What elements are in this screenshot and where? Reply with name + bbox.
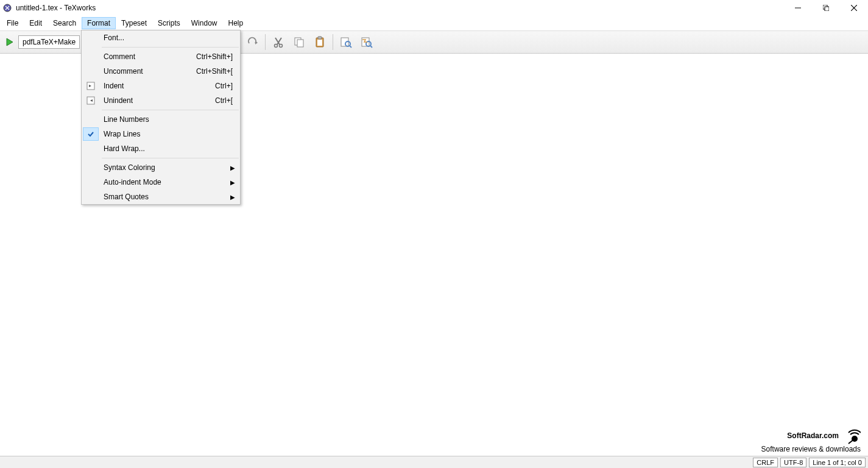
watermark-subtitle: Software reviews & downloads — [761, 445, 861, 453]
format-dropdown: Font... Comment Ctrl+Shift+] Uncomment C… — [81, 30, 241, 205]
menu-item-label: Uncomment — [104, 67, 196, 76]
watermark-title: SoftRadar.com — [761, 427, 861, 445]
status-position: Line 1 of 1; col 0 — [809, 458, 866, 467]
watermark: SoftRadar.com Software reviews & downloa… — [761, 427, 861, 453]
menu-item-label: Smart Quotes — [104, 193, 233, 201]
menu-separator — [102, 47, 239, 48]
menu-item-shortcut: Ctrl+[ — [215, 96, 233, 105]
menu-format[interactable]: Format — [82, 17, 116, 29]
menu-scripts[interactable]: Scripts — [152, 17, 186, 29]
find-button[interactable] — [337, 33, 355, 51]
menu-separator — [102, 158, 239, 158]
menu-item-label: Font... — [104, 34, 233, 42]
cut-button[interactable] — [269, 33, 288, 51]
engine-combo-value: pdfLaTeX+Make — [23, 38, 76, 46]
app-icon — [2, 3, 12, 13]
menu-item-label: Auto-indent Mode — [104, 178, 233, 186]
check-icon — [83, 127, 99, 141]
menu-item-line-numbers[interactable]: Line Numbers — [82, 112, 240, 127]
replace-button[interactable] — [358, 33, 376, 51]
menu-item-shortcut: Ctrl+Shift+[ — [196, 67, 233, 76]
indent-icon — [86, 81, 96, 91]
window-title: untitled-1.tex - TeXworks — [16, 4, 96, 12]
menu-item-label: Comment — [104, 52, 196, 61]
menu-item-label: Line Numbers — [104, 115, 233, 124]
svg-line-22 — [370, 46, 372, 48]
menu-item-auto-indent[interactable]: Auto-indent Mode ▶ — [82, 175, 240, 190]
menu-item-syntax-coloring[interactable]: Syntax Coloring ▶ — [82, 160, 240, 175]
statusbar: CRLF UTF-8 Line 1 of 1; col 0 — [0, 456, 868, 468]
copy-button[interactable] — [290, 33, 308, 51]
svg-rect-16 — [317, 40, 322, 46]
menu-item-shortcut: Ctrl+Shift+] — [196, 52, 233, 61]
svg-rect-15 — [318, 37, 322, 39]
svg-rect-13 — [297, 40, 303, 47]
satellite-icon — [842, 427, 861, 445]
titlebar: untitled-1.tex - TeXworks — [0, 0, 868, 16]
engine-combo[interactable]: pdfLaTeX+Make — [18, 35, 80, 49]
menu-edit[interactable]: Edit — [24, 17, 48, 29]
menu-separator — [102, 110, 239, 110]
menu-item-shortcut: Ctrl+] — [215, 82, 233, 90]
svg-line-19 — [350, 46, 351, 48]
menu-file[interactable]: File — [1, 17, 24, 29]
menu-typeset[interactable]: Typeset — [116, 17, 152, 29]
menu-item-label: Wrap Lines — [104, 130, 233, 138]
maximize-button[interactable] — [812, 0, 840, 16]
menu-window[interactable]: Window — [186, 17, 223, 29]
menu-item-wrap-lines[interactable]: Wrap Lines — [82, 127, 240, 141]
menu-search[interactable]: Search — [48, 17, 82, 29]
toolbar-separator — [265, 34, 266, 50]
submenu-arrow-icon: ▶ — [230, 194, 235, 200]
paste-button[interactable] — [311, 33, 329, 51]
menu-item-hard-wrap[interactable]: Hard Wrap... — [82, 141, 240, 156]
window-controls — [784, 0, 868, 16]
svg-point-11 — [280, 44, 283, 48]
menu-item-label: Hard Wrap... — [104, 144, 233, 153]
menu-item-smart-quotes[interactable]: Smart Quotes ▶ — [82, 190, 240, 204]
status-eol[interactable]: CRLF — [753, 458, 778, 467]
menu-item-label: Unindent — [104, 96, 215, 105]
menu-item-label: Syntax Coloring — [104, 163, 233, 172]
minimize-button[interactable] — [784, 0, 812, 16]
unindent-icon — [86, 96, 96, 105]
submenu-arrow-icon: ▶ — [230, 179, 235, 186]
close-button[interactable] — [840, 0, 868, 16]
typeset-run-button[interactable] — [4, 36, 16, 48]
svg-point-10 — [275, 44, 278, 48]
redo-button[interactable] — [243, 33, 261, 51]
menu-item-uncomment[interactable]: Uncomment Ctrl+Shift+[ — [82, 64, 240, 79]
menu-item-indent[interactable]: Indent Ctrl+] — [82, 79, 240, 93]
submenu-arrow-icon: ▶ — [230, 165, 235, 171]
svg-rect-3 — [825, 7, 829, 11]
menu-help[interactable]: Help — [222, 17, 249, 29]
svg-marker-6 — [7, 38, 13, 46]
menubar: File Edit Search Format Typeset Scripts … — [0, 16, 868, 30]
status-encoding[interactable]: UTF-8 — [780, 458, 806, 467]
menu-item-label: Indent — [104, 82, 215, 90]
menu-item-comment[interactable]: Comment Ctrl+Shift+] — [82, 49, 240, 64]
toolbar-separator — [333, 34, 333, 50]
menu-item-font[interactable]: Font... — [82, 30, 240, 45]
menu-item-unindent[interactable]: Unindent Ctrl+[ — [82, 93, 240, 108]
